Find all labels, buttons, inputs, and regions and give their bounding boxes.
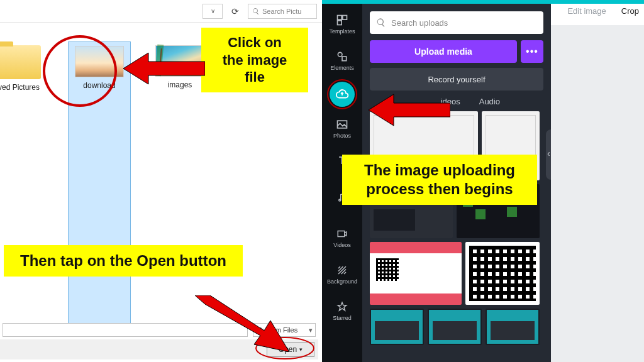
explorer-footer: Custom Files Open — [0, 321, 318, 359]
cloud-upload-icon — [335, 87, 349, 101]
search-placeholder: Search uploads — [391, 18, 448, 28]
svg-rect-4 — [342, 57, 347, 61]
sidebar-item-photos[interactable]: Photos — [322, 112, 362, 145]
more-icon: ••• — [526, 46, 538, 57]
sidebar-label: Photos — [333, 133, 351, 139]
sidebar-label: Templates — [329, 28, 355, 35]
svg-rect-0 — [338, 16, 342, 20]
sidebar-label: Videos — [333, 242, 350, 248]
upload-thumbnail[interactable] — [370, 309, 424, 345]
templates-icon — [335, 13, 349, 27]
image-thumbnail-download — [75, 46, 124, 77]
open-label: Open — [279, 345, 297, 354]
search-icon — [252, 8, 260, 15]
elements-icon — [335, 50, 349, 63]
canva-topright: Edit image Crop — [567, 6, 639, 16]
upload-media-button[interactable]: Upload media — [370, 40, 517, 63]
file-label: download — [83, 81, 115, 90]
uploads-tab-button[interactable] — [330, 82, 355, 107]
filetype-label: Custom Files — [257, 326, 297, 334]
upload-thumbnail[interactable] — [486, 309, 540, 345]
address-dropdown[interactable]: ∨ — [203, 4, 223, 19]
filename-input[interactable] — [3, 323, 248, 337]
videos-icon — [335, 227, 349, 241]
sidebar-item-background[interactable]: Background — [322, 258, 362, 290]
svg-rect-2 — [338, 21, 342, 25]
search-uploads-input[interactable]: Search uploads — [370, 11, 543, 34]
sidebar-item-starred[interactable]: Starred — [322, 294, 362, 327]
record-yourself-button[interactable]: Record yourself — [370, 68, 543, 90]
uploads-tabs: Images ideos Audio — [370, 97, 543, 106]
explorer-search-input[interactable]: Search Pictu — [248, 4, 317, 19]
sidebar-label: Elements — [330, 65, 354, 71]
edit-image-button[interactable]: Edit image — [567, 6, 606, 16]
canvas-area[interactable] — [551, 25, 644, 362]
open-button[interactable]: Open — [267, 342, 314, 357]
sidebar-item-videos[interactable]: Videos — [322, 221, 362, 254]
file-label: images — [168, 80, 192, 89]
star-icon — [335, 300, 349, 314]
file-label: ved Pictures — [0, 83, 40, 92]
uploads-grid — [362, 111, 551, 345]
upload-more-button[interactable]: ••• — [521, 40, 543, 63]
photos-icon — [335, 118, 349, 131]
upload-thumbnail[interactable] — [465, 242, 540, 305]
refresh-icon[interactable]: ⟳ — [228, 4, 243, 19]
sidebar-item-elements[interactable]: Elements — [322, 44, 362, 77]
background-icon — [335, 263, 349, 277]
image-thumbnail-images — [155, 45, 204, 77]
sidebar-label: Background — [327, 278, 357, 285]
explorer-toolbar: ∨ ⟳ Search Pictu — [0, 0, 322, 23]
callout-uploading: The image uploading process then begins — [342, 155, 537, 205]
svg-rect-8 — [338, 231, 345, 237]
svg-point-6 — [339, 199, 341, 201]
svg-rect-1 — [343, 16, 347, 20]
tab-audio[interactable]: Audio — [479, 97, 500, 106]
file-item-download[interactable]: download — [68, 41, 131, 337]
tab-videos[interactable]: ideos — [441, 97, 460, 106]
panel-collapse-handle[interactable] — [546, 129, 551, 180]
upload-media-label: Upload media — [414, 47, 472, 57]
sidebar-label: Starred — [333, 315, 352, 321]
sidebar-item-templates[interactable]: Templates — [322, 8, 362, 40]
callout-tap-open: Then tap on the Open button — [4, 245, 243, 277]
upload-thumbnail[interactable] — [370, 242, 462, 305]
record-label: Record yourself — [428, 75, 485, 84]
filetype-dropdown[interactable]: Custom Files — [253, 323, 316, 337]
folder-icon — [0, 45, 41, 79]
file-item-folder[interactable]: ved Pictures — [0, 41, 50, 337]
search-placeholder: Search Pictu — [262, 8, 301, 15]
svg-point-3 — [338, 52, 342, 57]
crop-button[interactable]: Crop — [621, 6, 639, 16]
search-icon — [376, 18, 386, 28]
callout-click-file: Click on the image file — [201, 28, 308, 92]
upload-thumbnail[interactable] — [428, 309, 482, 345]
